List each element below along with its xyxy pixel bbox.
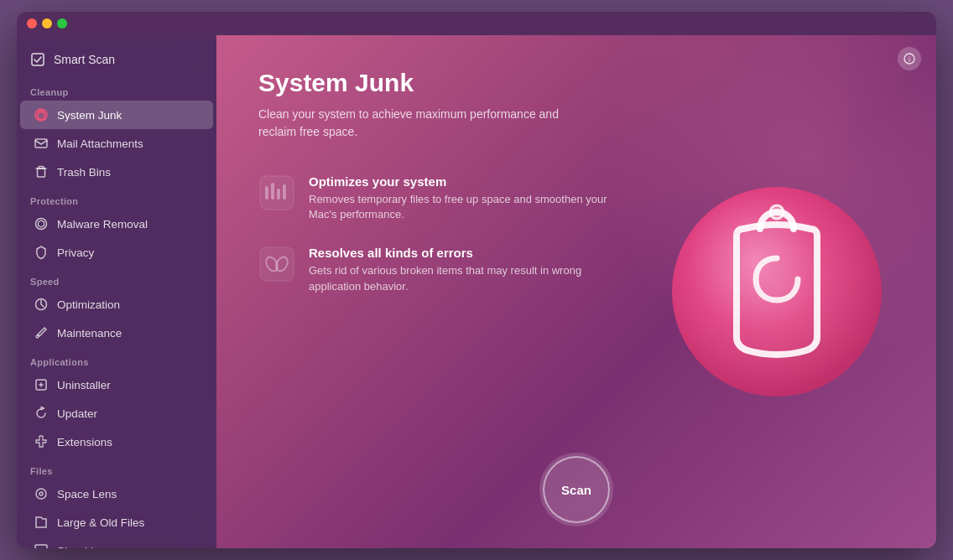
section-label-speed: Speed (17, 267, 216, 290)
sidebar-item-extensions[interactable]: Extensions (20, 428, 213, 456)
scan-button-container: Scan (543, 456, 610, 523)
sidebar-item-system-junk[interactable]: System Junk (20, 101, 213, 129)
traffic-lights (27, 18, 67, 29)
optimization-icon (34, 297, 49, 312)
svg-rect-18 (283, 184, 286, 200)
section-label-applications: Applications (17, 347, 216, 371)
feature-text-errors: Resolves all kinds of errors Gets rid of… (309, 246, 611, 293)
optimize-icon (258, 174, 295, 211)
maintenance-icon (34, 325, 49, 340)
sidebar-item-shredder[interactable]: Shredder (20, 537, 213, 548)
large-files-icon (34, 515, 49, 530)
svg-rect-0 (32, 54, 44, 65)
uninstaller-icon (34, 377, 49, 392)
sidebar-item-label-optimization: Optimization (57, 298, 120, 311)
page-subtitle: Clean your system to achieve maximum per… (258, 106, 577, 141)
sidebar-item-label-maintenance: Maintenance (57, 327, 122, 340)
sidebar-item-label-malware-removal: Malware Removal (57, 218, 148, 231)
sidebar-item-optimization[interactable]: Optimization (20, 290, 213, 319)
minimize-button[interactable] (42, 18, 52, 29)
system-junk-icon (34, 107, 49, 122)
feature-title-optimize: Optimizes your system (309, 174, 611, 189)
sidebar-item-updater[interactable]: Updater (20, 399, 213, 428)
section-label-files: Files (17, 456, 216, 480)
svg-rect-17 (277, 189, 280, 200)
page-title: System Junk (258, 69, 894, 97)
sidebar-item-label-space-lens: Space Lens (57, 488, 117, 500)
feature-desc-optimize: Removes temporary files to free up space… (309, 192, 611, 222)
sidebar-item-label-large-old-files: Large & Old Files (57, 516, 144, 529)
close-button[interactable] (27, 18, 37, 29)
sidebar-item-label-trash-bins: Trash Bins (57, 166, 111, 179)
feature-optimize: Optimizes your system Removes temporary … (258, 174, 611, 222)
sidebar-item-label-extensions: Extensions (57, 436, 112, 449)
scan-button[interactable]: Scan (543, 456, 610, 523)
sidebar-item-uninstaller[interactable]: Uninstaller (20, 371, 213, 399)
feature-title-errors: Resolves all kinds of errors (309, 246, 611, 260)
sidebar-item-label-system-junk: System Junk (57, 109, 122, 122)
section-label-cleanup: Cleanup (17, 77, 216, 101)
shredder-icon (34, 543, 49, 548)
section-label-protection: Protection (17, 186, 216, 210)
svg-text:i: i (909, 55, 910, 64)
smart-scan-label: Smart Scan (54, 53, 115, 66)
svg-point-7 (36, 335, 39, 338)
sidebar-item-label-uninstaller: Uninstaller (57, 379, 111, 391)
title-bar (17, 12, 936, 35)
malware-icon (34, 216, 49, 231)
feature-desc-errors: Gets rid of various broken items that ma… (309, 263, 611, 293)
svg-point-10 (39, 492, 43, 495)
sidebar-item-trash-bins[interactable]: Trash Bins (20, 158, 213, 186)
smart-scan-icon (30, 52, 45, 67)
svg-rect-15 (265, 186, 268, 200)
sidebar: Smart Scan Cleanup System Junk (17, 35, 216, 548)
sidebar-item-mail-attachments[interactable]: Mail Attachments (20, 129, 213, 158)
updater-icon (34, 406, 49, 421)
svg-point-24 (770, 205, 784, 219)
sidebar-item-maintenance[interactable]: Maintenance (20, 319, 213, 347)
svg-rect-16 (271, 183, 274, 200)
space-lens-icon (34, 486, 49, 501)
trash-icon (34, 164, 49, 179)
sidebar-item-smart-scan[interactable]: Smart Scan (17, 42, 216, 77)
sidebar-item-label-mail-attachments: Mail Attachments (57, 137, 143, 150)
feature-errors: Resolves all kinds of errors Gets rid of… (258, 246, 611, 293)
sidebar-item-large-old-files[interactable]: Large & Old Files (20, 508, 213, 537)
help-button[interactable]: i (898, 47, 921, 70)
sidebar-item-malware-removal[interactable]: Malware Removal (20, 210, 213, 238)
sidebar-item-space-lens[interactable]: Space Lens (20, 480, 213, 508)
sidebar-item-privacy[interactable]: Privacy (20, 238, 213, 267)
app-window: Smart Scan Cleanup System Junk (17, 12, 936, 548)
feature-text-optimize: Optimizes your system Removes temporary … (309, 174, 611, 222)
sidebar-item-label-privacy: Privacy (57, 246, 94, 259)
extensions-icon (34, 434, 49, 449)
privacy-icon (34, 245, 49, 260)
main-illustration (668, 183, 886, 401)
content-area: Smart Scan Cleanup System Junk (17, 35, 936, 548)
main-content: i System Junk Clean your system to achie… (216, 35, 936, 548)
mail-icon (34, 136, 49, 151)
svg-rect-4 (38, 169, 45, 177)
sidebar-item-label-updater: Updater (57, 407, 97, 420)
svg-rect-3 (35, 139, 47, 148)
features-list: Optimizes your system Removes temporary … (258, 174, 611, 294)
errors-icon (258, 246, 295, 283)
svg-rect-11 (35, 545, 47, 548)
svg-point-9 (36, 489, 46, 499)
maximize-button[interactable] (57, 18, 67, 29)
sidebar-item-label-shredder: Shredder (57, 545, 104, 549)
